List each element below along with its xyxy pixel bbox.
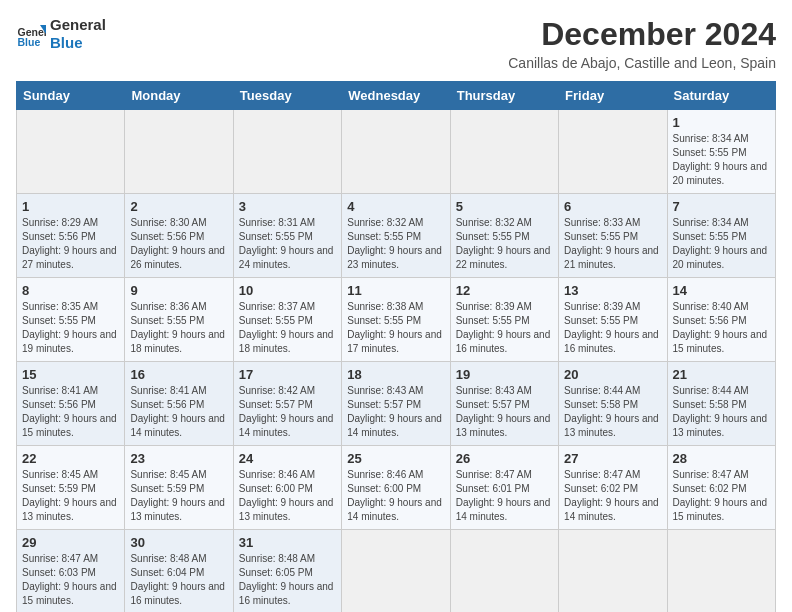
calendar-day-cell: 19 Sunrise: 8:43 AM Sunset: 5:57 PM Dayl… bbox=[450, 362, 558, 446]
daylight-label: Daylight: 9 hours and 22 minutes. bbox=[456, 245, 551, 270]
day-info: Sunrise: 8:42 AM Sunset: 5:57 PM Dayligh… bbox=[239, 384, 336, 440]
day-info: Sunrise: 8:43 AM Sunset: 5:57 PM Dayligh… bbox=[347, 384, 444, 440]
daylight-label: Daylight: 9 hours and 15 minutes. bbox=[673, 497, 768, 522]
day-number: 27 bbox=[564, 451, 661, 466]
calendar-week-row: 1 Sunrise: 8:34 AM Sunset: 5:55 PM Dayli… bbox=[17, 110, 776, 194]
day-number: 5 bbox=[456, 199, 553, 214]
day-number: 4 bbox=[347, 199, 444, 214]
day-info: Sunrise: 8:30 AM Sunset: 5:56 PM Dayligh… bbox=[130, 216, 227, 272]
sunset-label: Sunset: 6:02 PM bbox=[564, 483, 638, 494]
day-number: 15 bbox=[22, 367, 119, 382]
daylight-label: Daylight: 9 hours and 17 minutes. bbox=[347, 329, 442, 354]
day-info: Sunrise: 8:46 AM Sunset: 6:00 PM Dayligh… bbox=[347, 468, 444, 524]
sunset-label: Sunset: 5:57 PM bbox=[239, 399, 313, 410]
calendar-day-cell: 23 Sunrise: 8:45 AM Sunset: 5:59 PM Dayl… bbox=[125, 446, 233, 530]
day-number: 26 bbox=[456, 451, 553, 466]
calendar-day-cell: 31 Sunrise: 8:48 AM Sunset: 6:05 PM Dayl… bbox=[233, 530, 341, 613]
daylight-label: Daylight: 9 hours and 15 minutes. bbox=[22, 581, 117, 606]
sunset-label: Sunset: 5:56 PM bbox=[130, 231, 204, 242]
calendar-day-cell bbox=[125, 110, 233, 194]
day-info: Sunrise: 8:39 AM Sunset: 5:55 PM Dayligh… bbox=[456, 300, 553, 356]
sunrise-label: Sunrise: 8:39 AM bbox=[564, 301, 640, 312]
sunset-label: Sunset: 5:55 PM bbox=[673, 231, 747, 242]
calendar-day-cell: 24 Sunrise: 8:46 AM Sunset: 6:00 PM Dayl… bbox=[233, 446, 341, 530]
calendar-day-cell: 20 Sunrise: 8:44 AM Sunset: 5:58 PM Dayl… bbox=[559, 362, 667, 446]
logo: General Blue General Blue bbox=[16, 16, 106, 52]
day-number: 12 bbox=[456, 283, 553, 298]
day-number: 1 bbox=[673, 115, 770, 130]
calendar-day-cell: 1 Sunrise: 8:34 AM Sunset: 5:55 PM Dayli… bbox=[667, 110, 775, 194]
daylight-label: Daylight: 9 hours and 23 minutes. bbox=[347, 245, 442, 270]
sunrise-label: Sunrise: 8:40 AM bbox=[673, 301, 749, 312]
sunset-label: Sunset: 5:56 PM bbox=[130, 399, 204, 410]
sunrise-label: Sunrise: 8:39 AM bbox=[456, 301, 532, 312]
daylight-label: Daylight: 9 hours and 26 minutes. bbox=[130, 245, 225, 270]
day-number: 10 bbox=[239, 283, 336, 298]
day-info: Sunrise: 8:34 AM Sunset: 5:55 PM Dayligh… bbox=[673, 216, 770, 272]
sunset-label: Sunset: 6:05 PM bbox=[239, 567, 313, 578]
day-info: Sunrise: 8:36 AM Sunset: 5:55 PM Dayligh… bbox=[130, 300, 227, 356]
day-info: Sunrise: 8:47 AM Sunset: 6:01 PM Dayligh… bbox=[456, 468, 553, 524]
calendar-day-cell: 5 Sunrise: 8:32 AM Sunset: 5:55 PM Dayli… bbox=[450, 194, 558, 278]
day-number: 8 bbox=[22, 283, 119, 298]
calendar-day-cell: 28 Sunrise: 8:47 AM Sunset: 6:02 PM Dayl… bbox=[667, 446, 775, 530]
sunrise-label: Sunrise: 8:46 AM bbox=[347, 469, 423, 480]
sunrise-label: Sunrise: 8:34 AM bbox=[673, 217, 749, 228]
day-number: 22 bbox=[22, 451, 119, 466]
calendar-day-cell: 10 Sunrise: 8:37 AM Sunset: 5:55 PM Dayl… bbox=[233, 278, 341, 362]
daylight-label: Daylight: 9 hours and 16 minutes. bbox=[456, 329, 551, 354]
sunset-label: Sunset: 5:55 PM bbox=[239, 231, 313, 242]
day-of-week-header: Sunday bbox=[17, 82, 125, 110]
day-info: Sunrise: 8:41 AM Sunset: 5:56 PM Dayligh… bbox=[22, 384, 119, 440]
day-of-week-header: Thursday bbox=[450, 82, 558, 110]
day-info: Sunrise: 8:32 AM Sunset: 5:55 PM Dayligh… bbox=[347, 216, 444, 272]
calendar-day-cell: 25 Sunrise: 8:46 AM Sunset: 6:00 PM Dayl… bbox=[342, 446, 450, 530]
sunrise-label: Sunrise: 8:32 AM bbox=[347, 217, 423, 228]
day-number: 21 bbox=[673, 367, 770, 382]
sunset-label: Sunset: 6:00 PM bbox=[239, 483, 313, 494]
sunrise-label: Sunrise: 8:43 AM bbox=[347, 385, 423, 396]
sunset-label: Sunset: 6:03 PM bbox=[22, 567, 96, 578]
calendar-header: SundayMondayTuesdayWednesdayThursdayFrid… bbox=[17, 82, 776, 110]
daylight-label: Daylight: 9 hours and 13 minutes. bbox=[130, 497, 225, 522]
daylight-label: Daylight: 9 hours and 14 minutes. bbox=[239, 413, 334, 438]
sunrise-label: Sunrise: 8:32 AM bbox=[456, 217, 532, 228]
sunrise-label: Sunrise: 8:41 AM bbox=[22, 385, 98, 396]
calendar-week-row: 15 Sunrise: 8:41 AM Sunset: 5:56 PM Dayl… bbox=[17, 362, 776, 446]
daylight-label: Daylight: 9 hours and 20 minutes. bbox=[673, 245, 768, 270]
calendar-day-cell: 2 Sunrise: 8:30 AM Sunset: 5:56 PM Dayli… bbox=[125, 194, 233, 278]
sunset-label: Sunset: 6:02 PM bbox=[673, 483, 747, 494]
calendar-day-cell: 15 Sunrise: 8:41 AM Sunset: 5:56 PM Dayl… bbox=[17, 362, 125, 446]
sunset-label: Sunset: 5:56 PM bbox=[22, 231, 96, 242]
daylight-label: Daylight: 9 hours and 15 minutes. bbox=[673, 329, 768, 354]
calendar-day-cell: 1 Sunrise: 8:29 AM Sunset: 5:56 PM Dayli… bbox=[17, 194, 125, 278]
sunrise-label: Sunrise: 8:37 AM bbox=[239, 301, 315, 312]
sunrise-label: Sunrise: 8:35 AM bbox=[22, 301, 98, 312]
daylight-label: Daylight: 9 hours and 20 minutes. bbox=[673, 161, 768, 186]
day-of-week-header: Saturday bbox=[667, 82, 775, 110]
daylight-label: Daylight: 9 hours and 16 minutes. bbox=[239, 581, 334, 606]
daylight-label: Daylight: 9 hours and 27 minutes. bbox=[22, 245, 117, 270]
calendar-day-cell: 26 Sunrise: 8:47 AM Sunset: 6:01 PM Dayl… bbox=[450, 446, 558, 530]
day-number: 7 bbox=[673, 199, 770, 214]
day-number: 11 bbox=[347, 283, 444, 298]
sunset-label: Sunset: 5:59 PM bbox=[22, 483, 96, 494]
daylight-label: Daylight: 9 hours and 14 minutes. bbox=[456, 497, 551, 522]
daylight-label: Daylight: 9 hours and 13 minutes. bbox=[564, 413, 659, 438]
day-number: 25 bbox=[347, 451, 444, 466]
calendar-body: 1 Sunrise: 8:34 AM Sunset: 5:55 PM Dayli… bbox=[17, 110, 776, 613]
day-number: 23 bbox=[130, 451, 227, 466]
day-number: 19 bbox=[456, 367, 553, 382]
calendar-day-cell: 27 Sunrise: 8:47 AM Sunset: 6:02 PM Dayl… bbox=[559, 446, 667, 530]
calendar-day-cell: 4 Sunrise: 8:32 AM Sunset: 5:55 PM Dayli… bbox=[342, 194, 450, 278]
sunrise-label: Sunrise: 8:45 AM bbox=[130, 469, 206, 480]
calendar-day-cell bbox=[342, 530, 450, 613]
sunrise-label: Sunrise: 8:48 AM bbox=[239, 553, 315, 564]
day-info: Sunrise: 8:40 AM Sunset: 5:56 PM Dayligh… bbox=[673, 300, 770, 356]
day-info: Sunrise: 8:44 AM Sunset: 5:58 PM Dayligh… bbox=[564, 384, 661, 440]
day-number: 30 bbox=[130, 535, 227, 550]
calendar-day-cell: 17 Sunrise: 8:42 AM Sunset: 5:57 PM Dayl… bbox=[233, 362, 341, 446]
sunset-label: Sunset: 5:55 PM bbox=[673, 147, 747, 158]
daylight-label: Daylight: 9 hours and 14 minutes. bbox=[564, 497, 659, 522]
daylight-label: Daylight: 9 hours and 14 minutes. bbox=[347, 497, 442, 522]
